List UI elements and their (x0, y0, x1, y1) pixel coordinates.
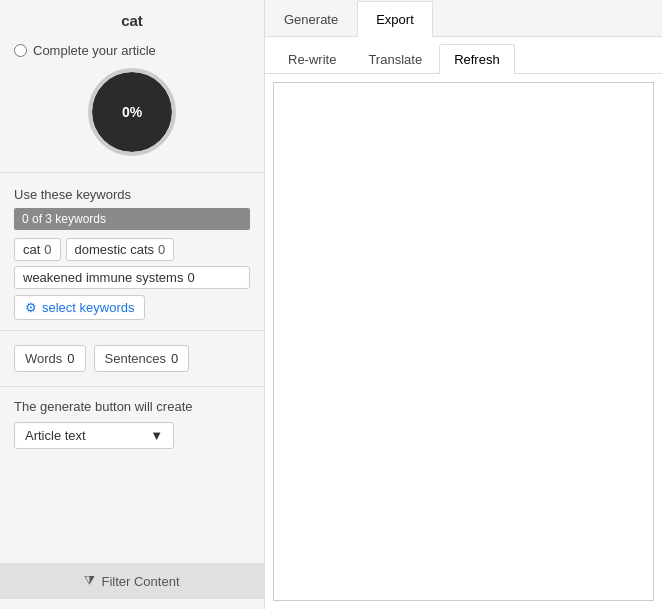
left-panel: cat Complete your article 0% Use these k… (0, 0, 265, 609)
keyword-count-cat: 0 (44, 242, 51, 257)
progress-text: 0% (122, 104, 142, 120)
generate-section: The generate button will create Article … (0, 391, 264, 457)
generate-label: The generate button will create (14, 399, 250, 414)
complete-article-label: Complete your article (33, 43, 156, 58)
select-keywords-label: select keywords (42, 300, 134, 315)
main-container: cat Complete your article 0% Use these k… (0, 0, 662, 609)
words-stat-box: Words 0 (14, 345, 86, 372)
divider-3 (0, 386, 264, 387)
words-count: 0 (67, 351, 74, 366)
keyword-label-cat: cat (23, 242, 40, 257)
sub-tabs: Re-write Translate Refresh (265, 37, 662, 74)
sentences-label: Sentences (105, 351, 166, 366)
sentences-count: 0 (171, 351, 178, 366)
stats-row: Words 0 Sentences 0 (0, 335, 264, 382)
filter-content-label: Filter Content (101, 574, 179, 589)
sentences-stat-box: Sentences 0 (94, 345, 190, 372)
keyword-tags: cat 0 domestic cats 0 weakened immune sy… (14, 238, 250, 289)
select-keywords-button[interactable]: ⚙ select keywords (14, 295, 145, 320)
sub-tab-refresh[interactable]: Refresh (439, 44, 515, 74)
dropdown-arrow-icon: ▼ (150, 428, 163, 443)
progress-circle-container: 0% (0, 62, 264, 168)
content-area (273, 82, 654, 601)
filter-content-bar[interactable]: ⧩ Filter Content (0, 563, 264, 599)
top-tabs: Generate Export (265, 0, 662, 37)
article-type-dropdown[interactable]: Article text ▼ (14, 422, 174, 449)
divider-2 (0, 330, 264, 331)
progress-circle: 0% (92, 72, 172, 152)
keyword-tag-cat: cat 0 (14, 238, 61, 261)
complete-article-row: Complete your article (0, 37, 264, 62)
article-title: cat (0, 0, 264, 37)
keywords-section: Use these keywords 0 of 3 keywords cat 0… (0, 177, 264, 326)
keyword-label-weakened: weakened immune systems (23, 270, 183, 285)
words-label: Words (25, 351, 62, 366)
sub-tab-translate[interactable]: Translate (353, 44, 437, 74)
divider-1 (0, 172, 264, 173)
right-panel: Generate Export Re-write Translate Refre… (265, 0, 662, 609)
gear-icon: ⚙ (25, 300, 37, 315)
article-type-label: Article text (25, 428, 86, 443)
keywords-title: Use these keywords (14, 187, 250, 202)
keyword-count-weakened: 0 (187, 270, 194, 285)
sub-tab-rewrite[interactable]: Re-write (273, 44, 351, 74)
tab-export[interactable]: Export (357, 1, 433, 37)
complete-article-radio[interactable] (14, 44, 27, 57)
tab-generate[interactable]: Generate (265, 1, 357, 37)
keyword-label-domestic-cats: domestic cats (75, 242, 154, 257)
keywords-count-bar: 0 of 3 keywords (14, 208, 250, 230)
keyword-tag-domestic-cats: domestic cats 0 (66, 238, 175, 261)
keyword-count-domestic-cats: 0 (158, 242, 165, 257)
funnel-icon: ⧩ (84, 573, 95, 589)
keyword-tag-weakened: weakened immune systems 0 (14, 266, 250, 289)
